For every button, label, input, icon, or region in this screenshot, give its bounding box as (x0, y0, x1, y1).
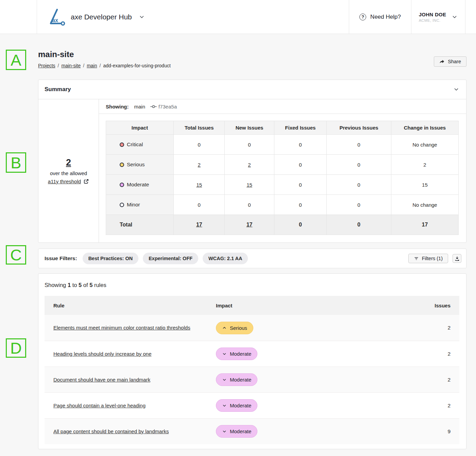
rule-link[interactable]: All page content should be contained by … (53, 428, 169, 434)
branch-name: main (134, 104, 146, 109)
user-name: JOHN DOE (419, 12, 446, 17)
annotation-letter-a: A (6, 50, 26, 70)
total-issues-cell: 0 (174, 195, 225, 215)
breadcrumb-link[interactable]: main (87, 63, 97, 68)
impact-cell: Serious (216, 322, 412, 334)
svg-text:ax: ax (52, 17, 58, 23)
rule-link[interactable]: Elements must meet minimum color contras… (53, 325, 190, 331)
new-issues-cell-link[interactable]: 17 (247, 222, 253, 227)
breadcrumb-current: add-examples-for-using-product (103, 63, 170, 68)
new-issues-cell: 17 (225, 215, 274, 235)
user-menu[interactable]: JOHN DOE ACME, INC. (411, 0, 465, 34)
breadcrumb-separator: / (58, 63, 59, 68)
filters-button[interactable]: Filters (1) (408, 254, 448, 263)
impact-cell: Moderate (106, 175, 174, 195)
rule-link[interactable]: Heading levels should only increase by o… (53, 351, 152, 357)
new-issues-cell: 2 (225, 155, 274, 175)
impact-badge-moderate[interactable]: Moderate (216, 425, 257, 438)
previous-issues-cell: 0 (327, 155, 391, 175)
rules-table: Rule Impact Issues Elements must meet mi… (45, 296, 459, 444)
filter-icon (414, 256, 419, 261)
fixed-issues-cell: 0 (274, 135, 327, 155)
summary-column-header: Total Issues (174, 121, 225, 135)
summary-row-critical: Critical0000No change (106, 135, 459, 155)
fixed-issues-cell: 0 (274, 175, 327, 195)
total-issues-cell: 17 (174, 215, 225, 235)
rule-row: Page should contain a level-one headingM… (45, 392, 459, 418)
impact-badge-label: Moderate (230, 377, 251, 383)
fixed-issues-cell: 0 (274, 215, 327, 235)
need-help-link[interactable]: ? Need Help? (349, 0, 411, 34)
rules-total-count: 5 (89, 282, 92, 288)
rule-cell: Elements must meet minimum color contras… (45, 319, 216, 336)
breadcrumb-link[interactable]: Projects (38, 63, 55, 68)
summary-header-toggle[interactable]: Summary (38, 80, 466, 99)
showing-label: Showing: (106, 104, 129, 109)
external-link-icon (83, 179, 89, 184)
new-issues-cell-link[interactable]: 2 (248, 162, 251, 168)
annotation-letter-d: D (6, 338, 26, 358)
filter-chip[interactable]: WCAG: 2.1 AA (203, 253, 248, 264)
page-title: main-site (38, 50, 171, 59)
chevron-down-icon (222, 377, 227, 382)
download-button[interactable] (453, 254, 461, 263)
breadcrumb-link[interactable]: main-site (61, 63, 81, 68)
header-divider (37, 0, 37, 34)
rule-row: Document should have one main landmarkMo… (45, 367, 459, 392)
rule-link[interactable]: Document should have one main landmark (53, 377, 150, 383)
impact-badge-moderate[interactable]: Moderate (216, 399, 257, 412)
summary-table: ImpactTotal IssuesNew IssuesFixed Issues… (106, 121, 459, 235)
total-issues-cell-link[interactable]: 15 (196, 182, 202, 188)
help-icon: ? (359, 14, 366, 20)
filter-chip[interactable]: Experimental: OFF (143, 253, 198, 264)
total-label-cell: Total (106, 215, 174, 235)
summary-title: Summary (45, 86, 71, 93)
total-issues-cell-link[interactable]: 17 (196, 222, 202, 227)
summary-column-header: Fixed Issues (274, 121, 327, 135)
threshold-summary: 2 over the allowed a11y threshold (38, 99, 99, 242)
total-issues-cell: 2 (174, 155, 225, 175)
app-title: axe Developer Hub (71, 13, 132, 21)
share-button[interactable]: Share (434, 56, 466, 67)
change-in-issues-cell: 2 (391, 155, 458, 175)
rule-issues-count: 2 (412, 351, 459, 357)
total-issues-cell-link[interactable]: 2 (198, 162, 201, 168)
impact-badge-label: Moderate (230, 351, 251, 357)
rule-issues-count: 2 (412, 377, 459, 383)
filter-chip[interactable]: Best Practices: ON (83, 253, 139, 264)
change-in-issues-cell: No change (391, 195, 458, 215)
impact-label: Minor (127, 202, 140, 208)
axe-logo-icon: ax (49, 8, 65, 26)
git-commit-icon (150, 103, 157, 110)
chevron-down-icon (139, 14, 145, 20)
previous-issues-cell: 0 (327, 195, 391, 215)
new-issues-cell: 0 (225, 135, 274, 155)
a11y-threshold-link[interactable]: a11y threshold (48, 179, 81, 184)
summary-row-minor: Minor0000No change (106, 195, 459, 215)
chevron-up-icon (222, 325, 227, 330)
new-issues-cell-link[interactable]: 15 (247, 182, 252, 188)
summary-row-total: Total17170017 (106, 215, 459, 235)
change-in-issues-cell: 17 (391, 215, 458, 235)
chevron-down-icon (222, 403, 227, 408)
threshold-text: over the allowed (50, 170, 87, 176)
rule-link[interactable]: Page should contain a level-one heading (53, 403, 146, 408)
impact-badge-moderate[interactable]: Moderate (216, 348, 257, 360)
impact-badge-serious[interactable]: Serious (216, 322, 253, 334)
impact-badge-moderate[interactable]: Moderate (216, 373, 257, 386)
rules-showing-text: Showing 1 to 5 of 5 rules (38, 282, 466, 296)
summary-column-header: Impact (106, 121, 174, 135)
rule-cell: Heading levels should only increase by o… (45, 345, 216, 362)
summary-panel: Summary 2 over the allowed a11y threshol… (38, 80, 466, 243)
commit-sha: f73ea5a (158, 104, 177, 109)
top-header: ax axe Developer Hub ? Need Help? JOHN D… (0, 0, 476, 34)
change-in-issues-cell: No change (391, 135, 458, 155)
share-label: Share (448, 59, 461, 64)
app-logo-menu[interactable]: ax axe Developer Hub (46, 0, 148, 34)
new-issues-cell: 15 (225, 175, 274, 195)
rule-row: Heading levels should only increase by o… (45, 341, 459, 367)
annotation-letter-c: C (6, 245, 26, 265)
breadcrumb: Projects/main-site/main/add-examples-for… (38, 63, 171, 68)
rule-issues-count: 2 (412, 325, 459, 331)
issue-filters-bar: Issue Filters: Best Practices: ONExperim… (38, 249, 466, 268)
